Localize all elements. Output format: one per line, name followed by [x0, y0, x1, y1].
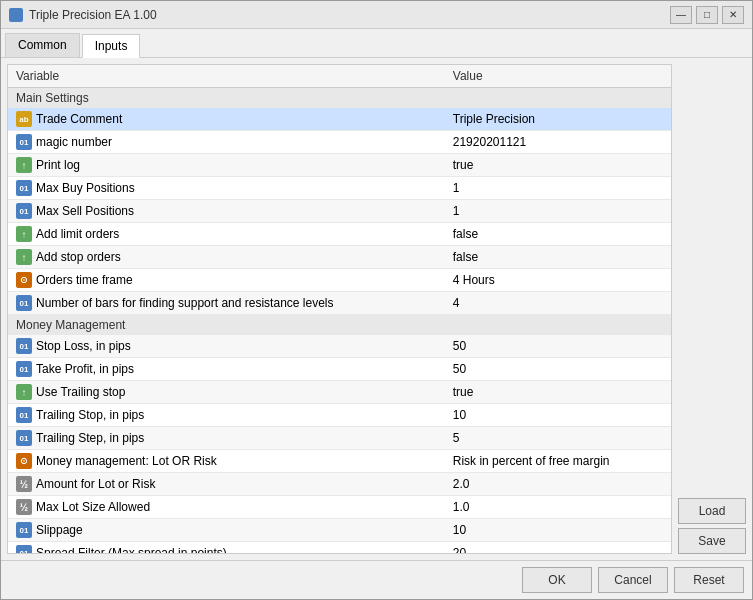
val-cell-10: 50	[445, 335, 671, 358]
val-cell-8: 4 Hours	[445, 269, 671, 292]
val-cell-19: 20	[445, 542, 671, 555]
right-side-panel: Load Save	[678, 64, 746, 554]
table-row[interactable]: 01Slippage10	[8, 519, 671, 542]
table-row[interactable]: abTrade CommentTriple Precision	[8, 108, 671, 131]
row-icon-8: ⊙	[16, 272, 32, 288]
table-row[interactable]: 01Stop Loss, in pips50	[8, 335, 671, 358]
reset-button[interactable]: Reset	[674, 567, 744, 593]
val-cell-13: 10	[445, 404, 671, 427]
var-name-13: Trailing Stop, in pips	[36, 408, 144, 422]
var-name-8: Orders time frame	[36, 273, 133, 287]
table-row[interactable]: 01Max Buy Positions1	[8, 177, 671, 200]
maximize-button[interactable]: □	[696, 6, 718, 24]
table-row[interactable]: 01Max Sell Positions1	[8, 200, 671, 223]
val-cell-1: Triple Precision	[445, 108, 671, 131]
var-cell-17: ½Max Lot Size Allowed	[8, 496, 445, 519]
val-cell-18: 10	[445, 519, 671, 542]
row-icon-5: 01	[16, 203, 32, 219]
table-row[interactable]: 01Take Profit, in pips50	[8, 358, 671, 381]
table-row[interactable]: ½Amount for Lot or Risk2.0	[8, 473, 671, 496]
bottom-bar: OK Cancel Reset	[1, 560, 752, 599]
title-controls: — □ ✕	[670, 6, 744, 24]
table-row[interactable]: ↑Add limit ordersfalse	[8, 223, 671, 246]
section-label-main-settings: Main Settings	[8, 88, 671, 109]
column-variable: Variable	[8, 65, 445, 88]
var-name-19: Spread Filter (Max spread in points)	[36, 546, 227, 554]
var-cell-10: 01Stop Loss, in pips	[8, 335, 445, 358]
var-cell-4: 01Max Buy Positions	[8, 177, 445, 200]
var-cell-16: ½Amount for Lot or Risk	[8, 473, 445, 496]
var-name-2: magic number	[36, 135, 112, 149]
var-cell-12: ↑Use Trailing stop	[8, 381, 445, 404]
title-bar: Triple Precision EA 1.00 — □ ✕	[1, 1, 752, 29]
row-icon-16: ½	[16, 476, 32, 492]
table-row[interactable]: ½Max Lot Size Allowed1.0	[8, 496, 671, 519]
table-row[interactable]: ⊙Orders time frame4 Hours	[8, 269, 671, 292]
row-icon-13: 01	[16, 407, 32, 423]
tab-common[interactable]: Common	[5, 33, 80, 57]
minimize-button[interactable]: —	[670, 6, 692, 24]
var-name-16: Amount for Lot or Risk	[36, 477, 155, 491]
var-name-9: Number of bars for finding support and r…	[36, 296, 334, 310]
table-row[interactable]: ↑Add stop ordersfalse	[8, 246, 671, 269]
close-button[interactable]: ✕	[722, 6, 744, 24]
row-icon-3: ↑	[16, 157, 32, 173]
var-name-5: Max Sell Positions	[36, 204, 134, 218]
section-header-main-settings: Main Settings	[8, 88, 671, 109]
ok-button[interactable]: OK	[522, 567, 592, 593]
table-row[interactable]: 01Number of bars for finding support and…	[8, 292, 671, 315]
section-header-money-management: Money Management	[8, 315, 671, 336]
var-cell-6: ↑Add limit orders	[8, 223, 445, 246]
column-value: Value	[445, 65, 671, 88]
row-icon-17: ½	[16, 499, 32, 515]
window-title: Triple Precision EA 1.00	[29, 8, 157, 22]
row-icon-19: 01	[16, 545, 32, 554]
var-name-18: Slippage	[36, 523, 83, 537]
var-name-1: Trade Comment	[36, 112, 122, 126]
val-cell-16: 2.0	[445, 473, 671, 496]
val-cell-15: Risk in percent of free margin	[445, 450, 671, 473]
var-cell-13: 01Trailing Stop, in pips	[8, 404, 445, 427]
table-row[interactable]: 01Spread Filter (Max spread in points)20	[8, 542, 671, 555]
var-name-15: Money management: Lot OR Risk	[36, 454, 217, 468]
row-icon-7: ↑	[16, 249, 32, 265]
var-cell-11: 01Take Profit, in pips	[8, 358, 445, 381]
params-table: Variable Value Main SettingsabTrade Comm…	[8, 65, 671, 554]
save-button[interactable]: Save	[678, 528, 746, 554]
table-row[interactable]: ↑Print logtrue	[8, 154, 671, 177]
params-table-wrapper[interactable]: Variable Value Main SettingsabTrade Comm…	[7, 64, 672, 554]
val-cell-6: false	[445, 223, 671, 246]
var-name-11: Take Profit, in pips	[36, 362, 134, 376]
row-icon-4: 01	[16, 180, 32, 196]
var-cell-3: ↑Print log	[8, 154, 445, 177]
val-cell-11: 50	[445, 358, 671, 381]
main-area: Variable Value Main SettingsabTrade Comm…	[7, 64, 746, 554]
table-row[interactable]: 01magic number21920201121	[8, 131, 671, 154]
cancel-button[interactable]: Cancel	[598, 567, 668, 593]
row-icon-18: 01	[16, 522, 32, 538]
var-cell-19: 01Spread Filter (Max spread in points)	[8, 542, 445, 555]
row-icon-2: 01	[16, 134, 32, 150]
val-cell-3: true	[445, 154, 671, 177]
table-row[interactable]: ⊙Money management: Lot OR RiskRisk in pe…	[8, 450, 671, 473]
var-name-10: Stop Loss, in pips	[36, 339, 131, 353]
var-name-14: Trailing Step, in pips	[36, 431, 144, 445]
var-name-3: Print log	[36, 158, 80, 172]
row-icon-6: ↑	[16, 226, 32, 242]
content-area: Variable Value Main SettingsabTrade Comm…	[1, 58, 752, 560]
var-name-4: Max Buy Positions	[36, 181, 135, 195]
load-button[interactable]: Load	[678, 498, 746, 524]
val-cell-14: 5	[445, 427, 671, 450]
tab-inputs[interactable]: Inputs	[82, 34, 141, 58]
row-icon-11: 01	[16, 361, 32, 377]
var-cell-5: 01Max Sell Positions	[8, 200, 445, 223]
var-cell-8: ⊙Orders time frame	[8, 269, 445, 292]
row-icon-14: 01	[16, 430, 32, 446]
table-row[interactable]: 01Trailing Stop, in pips10	[8, 404, 671, 427]
table-row[interactable]: ↑Use Trailing stoptrue	[8, 381, 671, 404]
row-icon-10: 01	[16, 338, 32, 354]
table-row[interactable]: 01Trailing Step, in pips5	[8, 427, 671, 450]
var-cell-2: 01magic number	[8, 131, 445, 154]
row-icon-1: ab	[16, 111, 32, 127]
val-cell-2: 21920201121	[445, 131, 671, 154]
